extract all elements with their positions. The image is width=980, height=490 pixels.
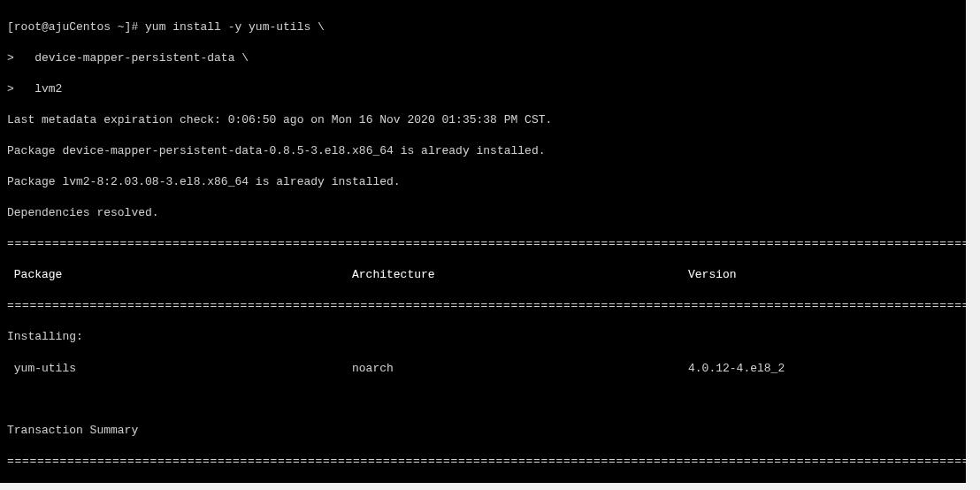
package-row: yum-utilsnoarch4.0.12-4.el8_2 (7, 361, 959, 377)
prompt: [root@ajuCentos ~]# (7, 20, 145, 34)
pkg-arch: noarch (352, 361, 688, 377)
pkg-version: 4.0.12-4.el8_2 (688, 361, 959, 377)
header-arch: Architecture (352, 267, 688, 283)
cmd-cont-2: > lvm2 (7, 81, 959, 97)
already-installed-2: Package lvm2-8:2.03.08-3.el8.x86_64 is a… (7, 174, 959, 190)
header-package: Package (7, 267, 352, 283)
table-header: PackageArchitectureVersion (7, 267, 959, 283)
cmd-cont-1: > device-mapper-persistent-data \ (7, 50, 959, 66)
command: yum install -y yum-utils \ (145, 20, 325, 34)
installing-label: Installing: (7, 329, 959, 345)
separator-below-header: ========================================… (7, 298, 959, 314)
separator-summary: ========================================… (7, 454, 959, 470)
deps-resolved: Dependencies resolved. (7, 205, 959, 221)
already-installed-1: Package device-mapper-persistent-data-0.… (7, 143, 959, 159)
metadata-check: Last metadata expiration check: 0:06:50 … (7, 112, 959, 128)
terminal-window[interactable]: [root@ajuCentos ~]# yum install -y yum-u… (0, 0, 966, 483)
blank (7, 392, 959, 408)
separator-top: ========================================… (7, 236, 959, 252)
header-version: Version (688, 267, 959, 283)
cmd-line-1: [root@ajuCentos ~]# yum install -y yum-u… (7, 19, 959, 35)
txn-summary: Transaction Summary (7, 423, 959, 439)
pkg-name: yum-utils (7, 361, 352, 377)
